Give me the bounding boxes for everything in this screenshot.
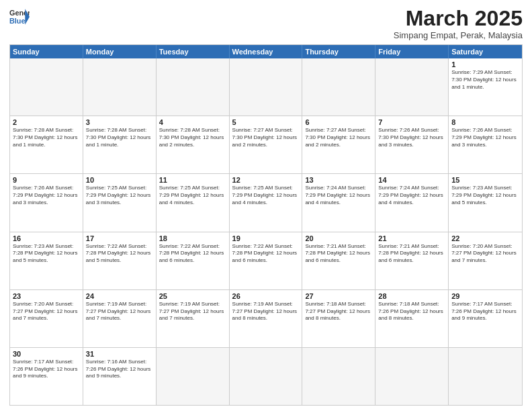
calendar-cell-empty-0-0 — [10, 58, 83, 116]
calendar-header: SundayMondayTuesdayWednesdayThursdayFrid… — [10, 45, 522, 58]
day-number: 11 — [159, 176, 226, 184]
calendar-row-3: 16Sunrise: 7:23 AM Sunset: 7:28 PM Dayli… — [10, 232, 522, 289]
day-info: Sunrise: 7:27 AM Sunset: 7:30 PM Dayligh… — [305, 127, 372, 148]
day-info: Sunrise: 7:26 AM Sunset: 7:30 PM Dayligh… — [378, 127, 445, 148]
day-number: 17 — [86, 234, 153, 242]
calendar-cell-day-19: 19Sunrise: 7:22 AM Sunset: 7:28 PM Dayli… — [230, 232, 303, 289]
calendar-cell-day-24: 24Sunrise: 7:19 AM Sunset: 7:27 PM Dayli… — [83, 290, 157, 347]
calendar-cell-day-11: 11Sunrise: 7:25 AM Sunset: 7:29 PM Dayli… — [157, 174, 230, 231]
day-info: Sunrise: 7:21 AM Sunset: 7:28 PM Dayligh… — [305, 243, 372, 265]
calendar-cell-empty-5-6 — [449, 348, 522, 405]
day-number: 18 — [159, 234, 226, 242]
calendar-row-0: 1Sunrise: 7:29 AM Sunset: 7:30 PM Daylig… — [10, 58, 522, 116]
day-number: 6 — [305, 118, 372, 126]
day-info: Sunrise: 7:28 AM Sunset: 7:30 PM Dayligh… — [13, 127, 80, 148]
calendar-cell-day-13: 13Sunrise: 7:24 AM Sunset: 7:29 PM Dayli… — [302, 174, 375, 231]
day-info: Sunrise: 7:20 AM Sunset: 7:27 PM Dayligh… — [451, 243, 519, 265]
calendar-cell-empty-0-4 — [302, 58, 375, 116]
calendar-cell-day-27: 27Sunrise: 7:18 AM Sunset: 7:27 PM Dayli… — [302, 290, 375, 347]
calendar-cell-day-3: 3Sunrise: 7:28 AM Sunset: 7:30 PM Daylig… — [83, 116, 157, 173]
calendar-row-1: 2Sunrise: 7:28 AM Sunset: 7:30 PM Daylig… — [10, 116, 522, 173]
day-info: Sunrise: 7:25 AM Sunset: 7:29 PM Dayligh… — [159, 185, 226, 206]
calendar-cell-day-4: 4Sunrise: 7:28 AM Sunset: 7:30 PM Daylig… — [157, 116, 230, 173]
calendar-cell-day-30: 30Sunrise: 7:17 AM Sunset: 7:26 PM Dayli… — [10, 348, 83, 405]
title-block: March 2025 Simpang Empat, Perak, Malaysi… — [394, 7, 523, 40]
calendar-row-5: 30Sunrise: 7:17 AM Sunset: 7:26 PM Dayli… — [10, 347, 522, 405]
calendar-cell-day-20: 20Sunrise: 7:21 AM Sunset: 7:28 PM Dayli… — [302, 232, 375, 289]
day-number: 21 — [378, 234, 445, 242]
day-info: Sunrise: 7:26 AM Sunset: 7:29 PM Dayligh… — [451, 127, 519, 148]
day-info: Sunrise: 7:20 AM Sunset: 7:27 PM Dayligh… — [13, 301, 80, 322]
day-number: 20 — [305, 234, 372, 242]
day-info: Sunrise: 7:25 AM Sunset: 7:29 PM Dayligh… — [232, 185, 300, 206]
logo-icon: General Blue — [9, 7, 30, 27]
subtitle: Simpang Empat, Perak, Malaysia — [394, 30, 523, 40]
day-info: Sunrise: 7:25 AM Sunset: 7:29 PM Dayligh… — [86, 185, 153, 206]
calendar-cell-day-23: 23Sunrise: 7:20 AM Sunset: 7:27 PM Dayli… — [10, 290, 83, 347]
day-info: Sunrise: 7:22 AM Sunset: 7:28 PM Dayligh… — [86, 243, 153, 265]
day-info: Sunrise: 7:17 AM Sunset: 7:26 PM Dayligh… — [13, 359, 80, 380]
day-info: Sunrise: 7:18 AM Sunset: 7:26 PM Dayligh… — [378, 301, 445, 322]
day-number: 19 — [232, 234, 300, 242]
day-number: 8 — [451, 118, 519, 126]
day-number: 30 — [13, 350, 80, 358]
calendar-cell-empty-5-2 — [157, 348, 230, 405]
day-number: 26 — [232, 292, 300, 300]
weekday-header-thursday: Thursday — [302, 45, 375, 58]
day-number: 10 — [86, 176, 153, 184]
day-number: 9 — [13, 176, 80, 184]
weekday-header-sunday: Sunday — [10, 45, 83, 58]
calendar-cell-empty-5-4 — [302, 348, 375, 405]
day-number: 16 — [13, 234, 80, 242]
day-info: Sunrise: 7:19 AM Sunset: 7:27 PM Dayligh… — [159, 301, 226, 322]
day-number: 13 — [305, 176, 372, 184]
day-number: 23 — [13, 292, 80, 300]
day-number: 7 — [378, 118, 445, 126]
calendar-cell-day-7: 7Sunrise: 7:26 AM Sunset: 7:30 PM Daylig… — [375, 116, 449, 173]
day-info: Sunrise: 7:19 AM Sunset: 7:27 PM Dayligh… — [86, 301, 153, 322]
day-info: Sunrise: 7:26 AM Sunset: 7:29 PM Dayligh… — [13, 185, 80, 206]
calendar-cell-day-12: 12Sunrise: 7:25 AM Sunset: 7:29 PM Dayli… — [230, 174, 303, 231]
day-number: 5 — [232, 118, 300, 126]
day-info: Sunrise: 7:27 AM Sunset: 7:30 PM Dayligh… — [232, 127, 300, 148]
day-info: Sunrise: 7:22 AM Sunset: 7:28 PM Dayligh… — [232, 243, 300, 265]
calendar-cell-empty-5-5 — [375, 348, 449, 405]
calendar-cell-empty-0-3 — [230, 58, 303, 116]
calendar-cell-day-29: 29Sunrise: 7:17 AM Sunset: 7:26 PM Dayli… — [449, 290, 522, 347]
day-info: Sunrise: 7:17 AM Sunset: 7:26 PM Dayligh… — [451, 301, 519, 322]
day-info: Sunrise: 7:24 AM Sunset: 7:29 PM Dayligh… — [305, 185, 372, 206]
header: General Blue March 2025 Simpang Empat, P… — [9, 7, 523, 40]
page: General Blue March 2025 Simpang Empat, P… — [0, 0, 532, 411]
calendar-cell-day-31: 31Sunrise: 7:16 AM Sunset: 7:26 PM Dayli… — [83, 348, 157, 405]
day-number: 27 — [305, 292, 372, 300]
calendar-cell-day-5: 5Sunrise: 7:27 AM Sunset: 7:30 PM Daylig… — [230, 116, 303, 173]
day-info: Sunrise: 7:22 AM Sunset: 7:28 PM Dayligh… — [159, 243, 226, 265]
calendar-cell-day-22: 22Sunrise: 7:20 AM Sunset: 7:27 PM Dayli… — [449, 232, 522, 289]
day-number: 12 — [232, 176, 300, 184]
weekday-header-tuesday: Tuesday — [157, 45, 230, 58]
calendar-cell-empty-0-5 — [375, 58, 449, 116]
calendar-cell-day-17: 17Sunrise: 7:22 AM Sunset: 7:28 PM Dayli… — [83, 232, 157, 289]
calendar: SundayMondayTuesdayWednesdayThursdayFrid… — [9, 44, 523, 406]
calendar-cell-day-16: 16Sunrise: 7:23 AM Sunset: 7:28 PM Dayli… — [10, 232, 83, 289]
calendar-cell-day-21: 21Sunrise: 7:21 AM Sunset: 7:28 PM Dayli… — [375, 232, 449, 289]
day-number: 15 — [451, 176, 519, 184]
day-info: Sunrise: 7:28 AM Sunset: 7:30 PM Dayligh… — [86, 127, 153, 148]
svg-text:Blue: Blue — [9, 17, 25, 25]
day-info: Sunrise: 7:29 AM Sunset: 7:30 PM Dayligh… — [451, 69, 519, 91]
weekday-header-friday: Friday — [375, 45, 449, 58]
calendar-cell-day-1: 1Sunrise: 7:29 AM Sunset: 7:30 PM Daylig… — [449, 58, 522, 116]
weekday-header-saturday: Saturday — [449, 45, 522, 58]
calendar-cell-day-15: 15Sunrise: 7:23 AM Sunset: 7:29 PM Dayli… — [449, 174, 522, 231]
day-info: Sunrise: 7:21 AM Sunset: 7:28 PM Dayligh… — [378, 243, 445, 265]
day-number: 1 — [451, 60, 519, 68]
day-number: 25 — [159, 292, 226, 300]
month-title: March 2025 — [394, 7, 523, 30]
weekday-header-monday: Monday — [83, 45, 157, 58]
calendar-cell-empty-5-3 — [230, 348, 303, 405]
day-number: 24 — [86, 292, 153, 300]
calendar-cell-day-18: 18Sunrise: 7:22 AM Sunset: 7:28 PM Dayli… — [157, 232, 230, 289]
calendar-cell-day-10: 10Sunrise: 7:25 AM Sunset: 7:29 PM Dayli… — [83, 174, 157, 231]
logo: General Blue — [9, 7, 30, 27]
day-info: Sunrise: 7:19 AM Sunset: 7:27 PM Dayligh… — [232, 301, 300, 322]
